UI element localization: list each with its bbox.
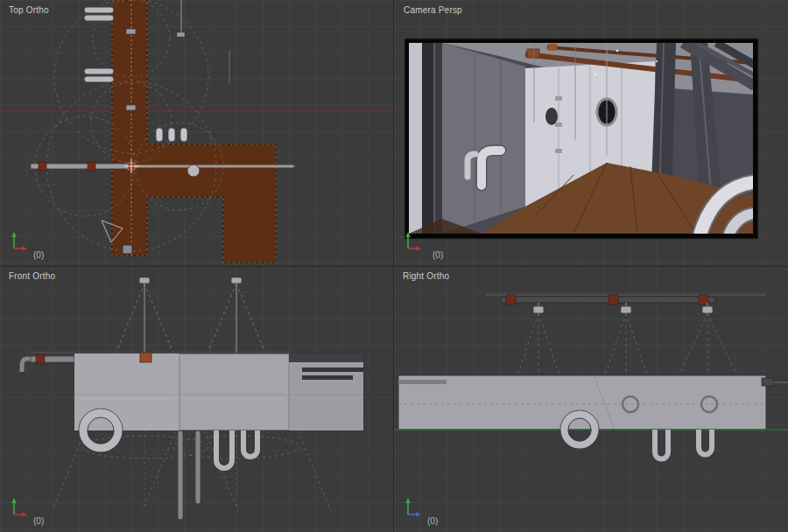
axis-gizmo — [9, 230, 30, 253]
spotlight-fixtures — [533, 303, 713, 313]
viewport-camera-persp[interactable]: Camera Persp (0) — [394, 0, 788, 266]
render-left-pipe — [422, 43, 433, 234]
viewport-label-camera[interactable]: Camera Persp — [404, 5, 462, 15]
porthole-window-small — [545, 108, 558, 125]
viewport-top-ortho[interactable]: Top Ortho (0) — [0, 0, 394, 266]
pipe-elbow-cluster — [156, 128, 187, 142]
item-count: (0) — [33, 516, 44, 526]
viewport-label-right[interactable]: Right Ortho — [403, 271, 449, 281]
scene-front-ortho[interactable] — [0, 266, 394, 532]
quad-view-3d-editor: Top Ortho (0) — [0, 0, 788, 532]
scene-camera-persp[interactable] — [394, 0, 788, 266]
viewport-splitter-horizontal[interactable] — [0, 266, 788, 267]
pipe-pairs-top — [84, 7, 114, 82]
pipe-end-cap — [187, 164, 200, 177]
viewport-front-ortho[interactable]: Front Ortho (0) — [0, 266, 394, 532]
hanging-u-pipes — [655, 430, 712, 459]
spotlight-posts — [139, 277, 242, 354]
junction-box — [140, 353, 151, 362]
render-preview — [409, 43, 755, 234]
axis-gizmo — [9, 496, 30, 519]
render-left-wall — [442, 43, 525, 234]
hanging-pipes — [178, 430, 257, 520]
viewport-right-ortho[interactable]: Right Ortho (0) — [394, 266, 788, 532]
scene-right-ortho[interactable] — [394, 266, 788, 532]
axis-gizmo — [403, 230, 424, 253]
viewport-label-top[interactable]: Top Ortho — [9, 5, 49, 15]
axis-gizmo — [403, 496, 424, 519]
item-count: (0) — [433, 250, 443, 260]
viewport-label-front[interactable]: Front Ortho — [9, 271, 55, 281]
item-count: (0) — [33, 250, 44, 260]
item-count: (0) — [427, 516, 438, 526]
scene-top-ortho[interactable] — [0, 0, 394, 266]
